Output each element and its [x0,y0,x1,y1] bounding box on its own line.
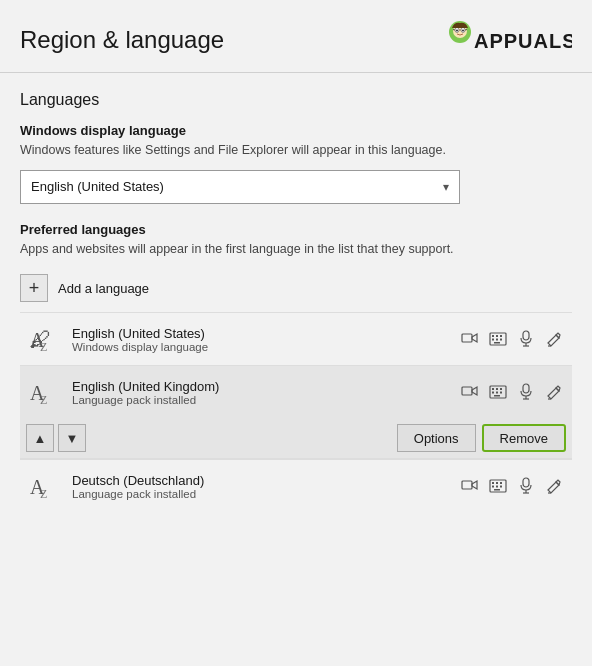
language-en-gb-name: English (United Kingdom) [72,379,458,394]
preferred-languages-section: Preferred languages Apps and websites wi… [20,222,572,513]
remove-button[interactable]: Remove [482,424,566,452]
language-item-en-us[interactable]: 🖊 A Z English (United States) Windows di… [20,312,572,365]
language-de-actions [458,474,566,498]
svg-text:Z: Z [40,393,47,407]
edit-icon-3[interactable] [542,474,566,498]
svg-rect-29 [462,387,472,395]
svg-rect-19 [492,339,494,341]
edit-icon-2[interactable] [542,380,566,404]
speech-icon-2[interactable] [458,380,482,404]
svg-rect-32 [492,388,494,390]
svg-rect-55 [523,478,529,487]
svg-rect-20 [496,339,498,341]
display-language-label: Windows display language [20,123,572,138]
language-en-us-info: English (United States) Windows display … [72,326,458,353]
svg-rect-22 [494,342,500,344]
svg-text:APPUALS: APPUALS [474,30,572,52]
language-en-us-actions [458,327,566,351]
mic-icon-1[interactable] [514,327,538,351]
nav-arrows: ▲ ▼ [26,424,86,452]
svg-rect-48 [492,482,494,484]
svg-rect-50 [500,482,502,484]
display-language-section: Windows display language Windows feature… [20,123,572,204]
language-en-us-name: English (United States) [72,326,458,341]
language-de-name: Deutsch (Deutschland) [72,473,458,488]
svg-rect-45 [462,481,472,489]
dropdown-arrow-icon: ▾ [443,180,449,194]
svg-marker-30 [472,387,477,395]
svg-line-7 [465,30,467,31]
language-de-status: Language pack installed [72,488,458,500]
svg-rect-38 [494,395,500,397]
svg-rect-13 [462,334,472,342]
edit-icon-1[interactable] [542,327,566,351]
language-item-de[interactable]: A Z Deutsch (Deutschland) Language pack … [20,459,572,512]
svg-rect-52 [496,486,498,488]
svg-rect-53 [500,486,502,488]
svg-rect-17 [496,335,498,337]
language-az-icon: 🖊 A Z [26,321,62,357]
svg-line-6 [453,30,455,31]
appuals-logo: APPUALS [442,18,572,62]
keyboard-icon-1[interactable] [486,327,510,351]
svg-rect-34 [500,388,502,390]
display-language-dropdown[interactable]: English (United States) ▾ [20,170,460,204]
svg-rect-35 [492,392,494,394]
svg-text:Z: Z [40,487,47,501]
add-language-text: Add a language [58,281,149,296]
language-en-gb-status: Language pack installed [72,394,458,406]
svg-rect-23 [523,331,529,340]
preferred-languages-label: Preferred languages [20,222,572,237]
logo-area: APPUALS [442,18,572,62]
preferred-languages-description: Apps and websites will appear in the fir… [20,241,460,259]
add-icon: + [20,274,48,302]
main-content: Languages Windows display language Windo… [0,73,592,512]
mic-icon-2[interactable] [514,380,538,404]
svg-marker-14 [472,334,477,342]
language-az-icon-3: A Z [26,468,62,504]
add-language-button[interactable]: + Add a language [20,268,572,308]
languages-section-title: Languages [20,91,572,109]
svg-rect-16 [492,335,494,337]
svg-text:Z: Z [40,340,47,354]
language-az-icon-2: A Z [26,374,62,410]
header: Region & language APPUALS [0,0,592,73]
keyboard-icon-3[interactable] [486,474,510,498]
language-en-gb-info: English (United Kingdom) Language pack i… [72,379,458,406]
language-en-gb-actions [458,380,566,404]
mic-icon-3[interactable] [514,474,538,498]
language-en-us-status: Windows display language [72,341,458,353]
page: Region & language APPUALS [0,0,592,666]
move-down-button[interactable]: ▼ [58,424,86,452]
options-button[interactable]: Options [397,424,476,452]
svg-rect-49 [496,482,498,484]
svg-rect-51 [492,486,494,488]
svg-rect-33 [496,388,498,390]
svg-rect-37 [500,392,502,394]
display-language-description: Windows features like Settings and File … [20,142,572,160]
svg-point-5 [462,30,464,32]
svg-rect-36 [496,392,498,394]
dropdown-selected-value: English (United States) [31,179,164,194]
svg-marker-46 [472,481,477,489]
keyboard-icon-2[interactable] [486,380,510,404]
page-title: Region & language [20,26,224,54]
language-item-en-gb[interactable]: A Z English (United Kingdom) Language pa… [20,365,572,418]
svg-rect-21 [500,339,502,341]
move-up-button[interactable]: ▲ [26,424,54,452]
speech-icon-1[interactable] [458,327,482,351]
speech-icon-3[interactable] [458,474,482,498]
svg-point-4 [456,30,458,32]
svg-rect-39 [523,384,529,393]
language-de-info: Deutsch (Deutschland) Language pack inst… [72,473,458,500]
svg-rect-54 [494,489,500,491]
svg-rect-18 [500,335,502,337]
selected-language-toolbar: ▲ ▼ Options Remove [20,418,572,459]
